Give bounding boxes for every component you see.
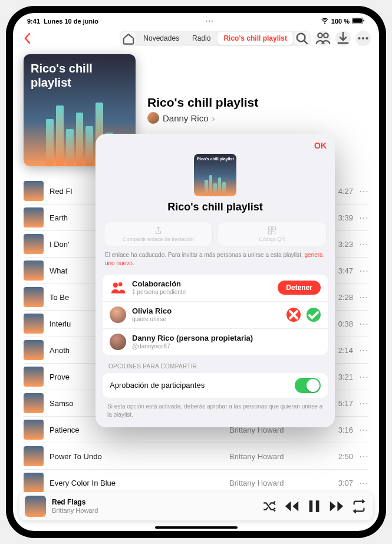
- people-icon: [110, 279, 126, 296]
- track-more-icon[interactable]: ⋯: [359, 318, 368, 329]
- back-button[interactable]: [21, 32, 33, 44]
- approval-toggle[interactable]: [295, 378, 321, 393]
- status-time: 9:41: [27, 18, 40, 25]
- download-icon[interactable]: [335, 31, 351, 46]
- svg-rect-14: [269, 231, 272, 234]
- svg-rect-16: [275, 233, 276, 234]
- page-title: Rico's chill playlist: [147, 95, 368, 110]
- track-artist: Brittany Howard: [229, 452, 324, 461]
- svg-rect-15: [273, 231, 274, 232]
- status-bar: 9:41 Lunes 10 de junio ⋯ 100 %: [13, 13, 379, 27]
- cover-title: Rico's chill playlist: [31, 61, 136, 90]
- tab-playlist[interactable]: Rico's chill playlist: [218, 32, 293, 45]
- approve-button[interactable]: [307, 308, 321, 322]
- track-duration: 3:07: [330, 479, 353, 487]
- approval-footnote: Si esta opción está activada, deberás ap…: [95, 398, 335, 421]
- status-date: Lunes 10 de junio: [44, 18, 98, 25]
- svg-point-7: [358, 37, 360, 39]
- track-art: [24, 207, 44, 228]
- track-row[interactable]: Power To Undo Brittany Howard 2:50 ⋯: [24, 443, 368, 470]
- svg-point-5: [318, 33, 322, 37]
- author-name: Danny Rico: [163, 113, 209, 123]
- track-duration: 3:16: [330, 426, 353, 434]
- track-art: [24, 473, 44, 493]
- svg-line-4: [304, 41, 308, 44]
- chevron-right-icon: ›: [212, 113, 215, 123]
- collab-header-row: Colaboración 1 persona pendiente Detener: [103, 275, 328, 302]
- track-more-icon[interactable]: ⋯: [359, 477, 368, 489]
- track-art: [24, 367, 44, 387]
- svg-point-3: [297, 34, 305, 42]
- grabber-icon[interactable]: ⋯: [205, 17, 213, 26]
- shuffle-icon[interactable]: [261, 498, 278, 515]
- svg-rect-10: [309, 500, 313, 512]
- author-link[interactable]: Danny Rico ›: [147, 112, 368, 124]
- svg-point-17: [113, 283, 118, 288]
- track-more-icon[interactable]: ⋯: [359, 239, 368, 250]
- track-more-icon[interactable]: ⋯: [359, 345, 368, 356]
- svg-point-18: [118, 282, 123, 286]
- modal-title: Rico's chill playlist: [95, 201, 335, 213]
- battery-icon: [352, 18, 365, 25]
- pause-icon[interactable]: [306, 498, 322, 515]
- np-artist: Brittany Howard: [52, 507, 255, 515]
- avatar: [147, 112, 159, 124]
- modal-cover: Rico's chill playlist: [194, 154, 236, 196]
- track-more-icon[interactable]: ⋯: [359, 371, 368, 383]
- track-art: [24, 340, 44, 360]
- repeat-icon[interactable]: [351, 498, 367, 515]
- track-more-icon[interactable]: ⋯: [359, 424, 368, 436]
- reject-button[interactable]: [286, 308, 301, 322]
- svg-rect-2: [363, 19, 364, 21]
- svg-rect-13: [273, 227, 276, 230]
- next-icon[interactable]: [328, 498, 345, 515]
- shareplay-icon[interactable]: [315, 31, 331, 46]
- battery-pct: 100 %: [331, 18, 350, 25]
- qr-code-button[interactable]: Código QR: [218, 222, 327, 246]
- track-more-icon[interactable]: ⋯: [359, 186, 368, 197]
- collaborators-card: Colaboración 1 persona pendiente Detener…: [103, 275, 328, 355]
- track-more-icon[interactable]: ⋯: [359, 398, 368, 409]
- svg-point-9: [365, 37, 368, 39]
- track-more-icon[interactable]: ⋯: [359, 451, 368, 462]
- avatar: [110, 334, 126, 350]
- track-art: [24, 181, 44, 201]
- np-cover: [25, 496, 46, 517]
- tab-radio[interactable]: Radio: [186, 32, 216, 45]
- track-art: [24, 420, 44, 440]
- prev-icon[interactable]: [284, 498, 300, 515]
- now-playing-bar[interactable]: Red Flags Brittany Howard: [19, 492, 373, 520]
- track-art: [24, 446, 44, 466]
- pending-user-row: Olivia Rico quiere unirse: [103, 302, 328, 329]
- qr-icon: [222, 226, 322, 235]
- ipad-frame: 9:41 Lunes 10 de junio ⋯ 100 % Novedades…: [6, 6, 386, 538]
- screen: 9:41 Lunes 10 de junio ⋯ 100 % Novedades…: [13, 13, 379, 531]
- avatar: [110, 306, 126, 323]
- track-art: [24, 261, 44, 281]
- track-more-icon[interactable]: ⋯: [359, 265, 368, 276]
- tab-novedades[interactable]: Novedades: [137, 32, 185, 45]
- home-icon[interactable]: [121, 32, 136, 45]
- track-art: [24, 287, 44, 307]
- track-title: Every Color In Blue: [50, 479, 223, 487]
- track-more-icon[interactable]: ⋯: [359, 292, 368, 303]
- ok-button[interactable]: OK: [314, 141, 327, 150]
- search-icon[interactable]: [294, 32, 309, 45]
- link-expired-msg: El enlace ha caducado. Para invitar a má…: [95, 246, 335, 275]
- np-title: Red Flags: [52, 498, 255, 506]
- share-icon: [108, 226, 209, 235]
- home-indicator[interactable]: [155, 526, 238, 529]
- svg-rect-1: [353, 18, 362, 23]
- collab-modal: OK Rico's chill playlist Rico's chill pl…: [95, 134, 335, 427]
- track-title: Power To Undo: [50, 452, 223, 461]
- nav-segmented: Novedades Radio Rico's chill playlist: [120, 31, 311, 46]
- svg-point-8: [362, 37, 364, 39]
- share-invite-button[interactable]: Compartir enlace de invitación: [104, 222, 213, 246]
- track-art: [24, 314, 44, 334]
- track-art: [24, 234, 44, 254]
- track-duration: 2:50: [330, 452, 353, 461]
- stop-button[interactable]: Detener: [278, 281, 321, 295]
- track-more-icon[interactable]: ⋯: [359, 212, 368, 223]
- more-icon[interactable]: [355, 31, 371, 46]
- track-art: [24, 393, 44, 413]
